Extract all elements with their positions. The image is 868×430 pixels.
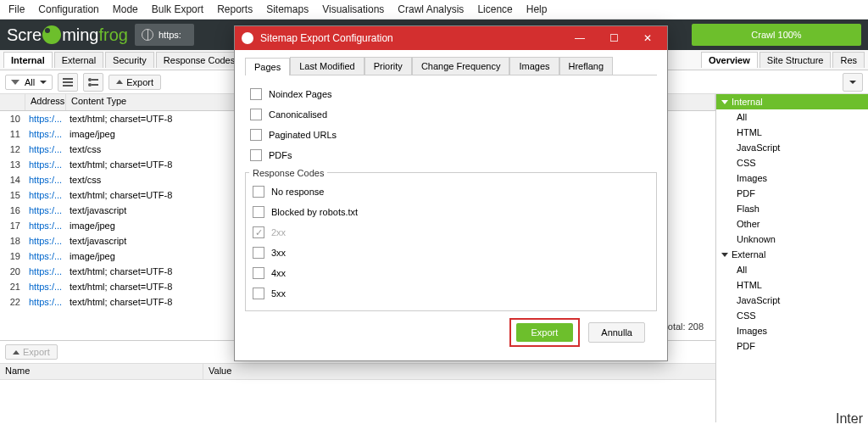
export-confirm-button[interactable]: Export [516, 323, 574, 342]
row-number: 12 [0, 144, 25, 154]
tab-truncated-right[interactable]: Res [832, 52, 865, 68]
checkbox-row[interactable]: Noindex Pages [250, 84, 652, 104]
checkbox[interactable] [253, 206, 264, 218]
tab-hreflang[interactable]: Hreflang [559, 57, 614, 75]
menu-configuration[interactable]: Configuration [38, 3, 98, 15]
checkbox[interactable] [253, 288, 264, 299]
row-number: 18 [0, 236, 25, 246]
tree-item[interactable]: External [716, 247, 868, 262]
tab-internal[interactable]: Internal [3, 52, 53, 68]
overview-sidebar: InternalAllHTMLJavaScriptCSSImagesPDFFla… [715, 94, 868, 422]
col-name[interactable]: Name [0, 364, 203, 379]
tree-item[interactable]: Unknown [716, 232, 868, 247]
row-number: 10 [0, 114, 25, 124]
checkbox[interactable] [253, 186, 264, 198]
checkbox-row[interactable]: 5xx [253, 283, 649, 304]
tab-last-modified[interactable]: Last Modified [290, 57, 364, 75]
row-address: https:/... [25, 129, 66, 139]
menu-crawl-analysis[interactable]: Crawl Analysis [398, 3, 464, 15]
tree-item[interactable]: CSS [716, 308, 868, 323]
tree-item[interactable]: PDF [716, 338, 868, 354]
tree-item[interactable]: CSS [716, 155, 868, 170]
detail-body [0, 380, 715, 422]
view-tree-button[interactable] [83, 73, 103, 92]
tab-images[interactable]: Images [509, 57, 559, 75]
checkbox[interactable] [253, 247, 264, 259]
tab-pages[interactable]: Pages [245, 58, 290, 75]
logo-text: ming [62, 25, 98, 45]
menu-visualisations[interactable]: Visualisations [322, 3, 384, 15]
tree-item[interactable]: HTML [716, 125, 868, 140]
tree-item[interactable]: All [716, 109, 868, 125]
menu-reports[interactable]: Reports [217, 3, 253, 15]
row-number: 21 [0, 282, 25, 292]
filter-dropdown[interactable]: All [5, 75, 53, 90]
checkbox[interactable] [250, 129, 262, 141]
checkbox[interactable] [250, 88, 262, 100]
minimize-button[interactable]: — [567, 30, 593, 47]
fieldset-legend: Response Codes [249, 168, 327, 178]
checkbox-row[interactable]: 4xx [253, 263, 649, 283]
checkbox-row[interactable]: PDFs [250, 145, 652, 165]
menu-file[interactable]: File [8, 3, 25, 15]
menu-mode[interactable]: Mode [113, 3, 138, 15]
checkbox-row[interactable]: Canonicalised [250, 104, 652, 125]
col-value[interactable]: Value [203, 364, 715, 379]
tree-item[interactable]: PDF [716, 186, 868, 201]
view-list-button[interactable] [58, 73, 78, 92]
logo-text: Scre [7, 25, 42, 45]
maximize-button[interactable]: ☐ [601, 30, 626, 47]
checkbox-label: 5xx [271, 288, 286, 299]
truncated-text: Inter [836, 411, 863, 427]
svg-rect-5 [92, 79, 98, 81]
col-num[interactable] [0, 94, 25, 110]
tab-priority[interactable]: Priority [364, 57, 412, 75]
menu-sitemaps[interactable]: Sitemaps [266, 3, 309, 15]
tree-item[interactable]: Flash [716, 201, 868, 216]
col-address[interactable]: Address [25, 94, 66, 110]
checkbox-row[interactable]: Blocked by robots.txt [253, 202, 649, 222]
tree-item[interactable]: HTML [716, 277, 868, 293]
tab-overview[interactable]: Overview [701, 52, 758, 68]
export-button[interactable]: Export [108, 75, 161, 90]
cancel-button[interactable]: Annulla [588, 322, 645, 343]
row-address: https:/... [25, 159, 66, 170]
row-address: https:/... [25, 297, 66, 307]
tab-site-structure[interactable]: Site Structure [760, 52, 832, 68]
row-address: https:/... [25, 282, 66, 292]
menu-licence[interactable]: Licence [477, 3, 512, 15]
checkbox[interactable] [250, 109, 262, 120]
checkbox-row[interactable]: No response [253, 181, 649, 202]
search-dropdown-button[interactable] [843, 73, 863, 92]
dialog-titlebar[interactable]: Sitemap Export Configuration — ☐ ✕ [235, 26, 667, 50]
tree-item[interactable]: Other [716, 216, 868, 232]
checkbox-label: Blocked by robots.txt [271, 207, 358, 217]
svg-rect-6 [92, 84, 98, 86]
tree-item[interactable]: JavaScript [716, 140, 868, 155]
checkbox[interactable] [253, 267, 264, 279]
url-bar[interactable]: https: [135, 24, 194, 46]
close-button[interactable]: ✕ [635, 30, 660, 47]
checkbox[interactable] [250, 149, 262, 161]
checkbox-label: 2xx [271, 227, 286, 237]
checkbox-label: PDFs [269, 150, 292, 160]
tab-external[interactable]: External [54, 52, 103, 68]
dialog-footer: Export Annulla [245, 311, 657, 350]
checkbox-row[interactable]: Paginated URLs [250, 125, 652, 145]
tree-item[interactable]: All [716, 262, 868, 277]
overview-tree[interactable]: InternalAllHTMLJavaScriptCSSImagesPDFFla… [716, 94, 868, 354]
tab-security[interactable]: Security [105, 52, 154, 68]
tree-item[interactable]: JavaScript [716, 293, 868, 308]
tree-item[interactable]: Internal [716, 94, 868, 109]
tree-item[interactable]: Images [716, 323, 868, 338]
detail-export-button[interactable]: Export [5, 344, 58, 360]
crawl-button[interactable]: Crawl 100% [692, 24, 861, 46]
tab-change-frequency[interactable]: Change Frequency [412, 57, 510, 75]
menu-bulk-export[interactable]: Bulk Export [152, 3, 203, 15]
checkbox-row[interactable]: 3xx [253, 243, 649, 263]
row-address: https:/... [25, 114, 66, 124]
menu-help[interactable]: Help [526, 3, 548, 15]
svg-point-4 [88, 83, 92, 87]
tab-response-codes[interactable]: Response Codes [156, 52, 242, 68]
tree-item[interactable]: Images [716, 170, 868, 186]
